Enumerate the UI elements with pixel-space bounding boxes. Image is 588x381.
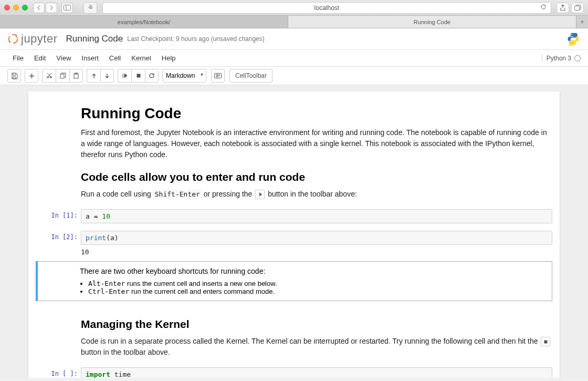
code-cell[interactable]: In [1]: a = 10 <box>28 208 560 224</box>
notebook-paper: Running Code First and foremost, the Jup… <box>28 91 560 378</box>
svg-point-4 <box>15 34 17 36</box>
url-text: localhost <box>314 4 339 12</box>
toolbar: Markdown CellToolbar <box>0 67 588 85</box>
checkpoint-text: Last Checkpoint: 9 hours ago (unsaved ch… <box>127 35 265 43</box>
cell-output: 10 <box>28 246 560 258</box>
paragraph: Run a code cell using Shift-Enter or pre… <box>81 189 552 200</box>
menu-edit[interactable]: Edit <box>29 51 51 65</box>
command-palette-button[interactable] <box>211 69 225 83</box>
notebook-area[interactable]: Running Code First and foremost, the Jup… <box>0 85 588 378</box>
cut-button[interactable] <box>42 69 56 83</box>
browser-tab-1[interactable]: Running Code <box>288 16 576 28</box>
back-button[interactable] <box>33 3 45 13</box>
menu-view[interactable]: View <box>51 51 76 65</box>
svg-rect-0 <box>64 5 71 11</box>
input-prompt: In [1]: <box>36 209 81 223</box>
browser-titlebar: localhost <box>0 0 588 16</box>
list-item: Ctrl-Enter run the current cell and ente… <box>88 287 544 295</box>
minimize-window-button[interactable] <box>13 5 19 11</box>
kernel-status-icon <box>574 55 581 61</box>
svg-point-7 <box>575 43 576 44</box>
code-input[interactable]: print(a) <box>81 231 552 245</box>
browser-tab-0[interactable]: examples/Notebook/ <box>0 16 288 28</box>
menu-bar: File Edit View Insert Cell Kernel Help P… <box>0 50 588 67</box>
close-window-button[interactable] <box>4 5 10 11</box>
share-button[interactable] <box>556 3 569 13</box>
menu-file[interactable]: File <box>7 51 29 65</box>
input-prompt: In [2]: <box>36 231 81 245</box>
copy-button[interactable] <box>56 69 69 83</box>
move-up-button[interactable] <box>87 69 100 83</box>
heading-2: Code cells allow you to enter and run co… <box>81 171 552 183</box>
save-button[interactable] <box>7 69 21 83</box>
markdown-cell[interactable]: Running Code First and foremost, the Jup… <box>28 91 560 208</box>
run-button[interactable] <box>118 69 131 83</box>
notebook-name[interactable]: Running Code <box>66 34 123 44</box>
svg-point-5 <box>9 42 10 43</box>
menu-insert[interactable]: Insert <box>76 51 104 65</box>
heading-1: Running Code <box>81 105 552 122</box>
code-cell[interactable]: In [ ]: import time <box>28 366 560 378</box>
paste-button[interactable] <box>69 69 83 83</box>
stop-icon <box>541 337 550 346</box>
maximize-window-button[interactable] <box>22 5 28 11</box>
menu-kernel[interactable]: Kernel <box>126 51 156 65</box>
url-bar[interactable]: localhost <box>102 2 551 14</box>
heading-2: Managing the Kernel <box>81 318 552 331</box>
menu-help[interactable]: Help <box>156 51 181 65</box>
kernel-indicator[interactable]: Python 3 <box>542 55 581 62</box>
paragraph: Code is run in a separate process called… <box>81 336 552 358</box>
traffic-lights <box>4 5 28 11</box>
browser-tab-strip: examples/Notebook/ Running Code + <box>0 16 588 28</box>
move-down-button[interactable] <box>100 69 114 83</box>
svg-rect-18 <box>544 340 547 343</box>
markdown-cell[interactable]: Managing the Kernel Code is run in a sep… <box>28 304 560 366</box>
interrupt-button[interactable] <box>131 69 145 83</box>
tabs-button[interactable] <box>571 3 584 13</box>
list: Alt-Enter runs the current cell and inse… <box>88 280 544 295</box>
code-input[interactable]: import time <box>81 367 552 378</box>
svg-rect-13 <box>136 74 140 78</box>
cell-type-select[interactable]: Markdown <box>162 69 206 83</box>
svg-rect-2 <box>574 6 579 11</box>
run-icon <box>255 190 265 199</box>
forward-button[interactable] <box>46 3 57 13</box>
code-input[interactable]: a = 10 <box>81 209 552 223</box>
restart-button[interactable] <box>145 69 159 83</box>
markdown-cell-selected[interactable]: There are two other keyboard shortcuts f… <box>36 261 552 301</box>
jupyter-header: jupyter Running Code Last Checkpoint: 9 … <box>0 28 588 50</box>
paragraph: First and foremost, the Jupyter Notebook… <box>81 127 552 160</box>
svg-rect-10 <box>60 74 64 78</box>
add-cell-button[interactable] <box>25 69 38 83</box>
reload-icon[interactable] <box>540 4 547 12</box>
menu-cell[interactable]: Cell <box>104 51 126 65</box>
paragraph: There are two other keyboard shortcuts f… <box>80 267 544 275</box>
extension-button[interactable] <box>83 2 97 14</box>
list-item: Alt-Enter runs the current cell and inse… <box>88 280 544 287</box>
jupyter-logo-icon <box>7 33 19 45</box>
celltoolbar-button[interactable]: CellToolbar <box>229 69 272 83</box>
jupyter-logo[interactable]: jupyter <box>7 32 58 46</box>
code-cell[interactable]: In [2]: print(a) <box>28 230 560 246</box>
sidebar-toggle-button[interactable] <box>61 3 73 13</box>
svg-point-6 <box>571 34 572 35</box>
python-logo-icon <box>566 32 581 46</box>
new-tab-button[interactable]: + <box>576 16 588 28</box>
input-prompt: In [ ]: <box>36 367 81 378</box>
